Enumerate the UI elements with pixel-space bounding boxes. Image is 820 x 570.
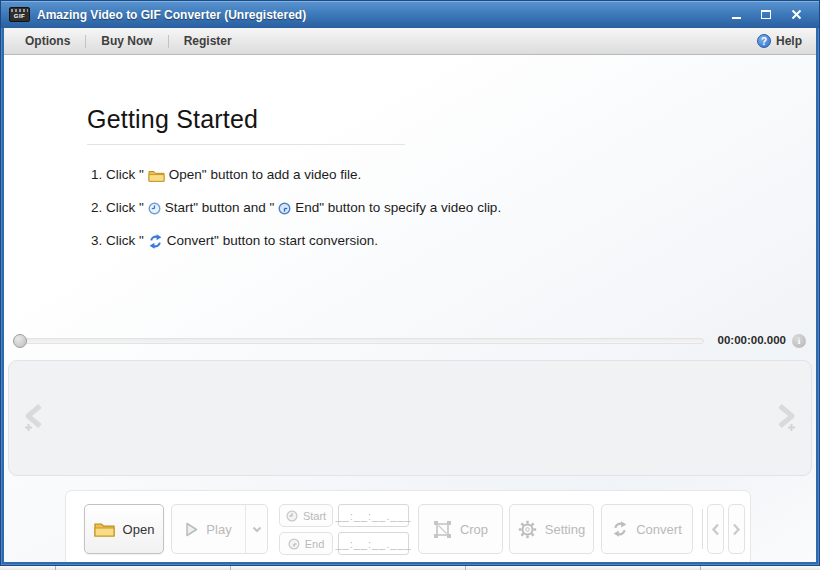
maximize-button[interactable] [757, 7, 775, 23]
main-area: Getting Started 1. Click " Open" button … [4, 55, 816, 562]
crop-button[interactable]: Crop [418, 504, 503, 554]
start-clock-icon [148, 202, 161, 215]
step-3: 3. Click " Convert" button to start conv… [91, 231, 501, 251]
app-icon-label: GIF [14, 12, 26, 21]
info-icon[interactable]: i [792, 334, 806, 348]
crop-label: Crop [460, 522, 488, 537]
getting-started-steps: 1. Click " Open" button to add a video f… [91, 165, 501, 264]
play-button[interactable]: Play [172, 505, 245, 553]
toolbar-panel: Open Play Start [65, 490, 751, 562]
open-label: Open [123, 522, 155, 537]
play-icon [185, 522, 198, 537]
end-clock-icon [278, 202, 291, 215]
seek-thumb[interactable] [13, 334, 27, 348]
current-time: 00:00:00.000 [718, 334, 786, 346]
convert-arrows-icon [612, 521, 628, 537]
start-clock-icon [286, 510, 298, 522]
step-2-text: End" button to specify a video clip. [295, 198, 501, 218]
window-body: Options Buy Now Register ? Help Getting … [4, 28, 816, 562]
scroll-left-button[interactable] [21, 403, 47, 437]
chevron-down-icon [252, 526, 262, 533]
strip-separator [465, 566, 466, 570]
minimize-icon [732, 17, 741, 19]
step-2-text: 2. Click " [91, 198, 144, 218]
setting-button[interactable]: Setting [509, 504, 594, 554]
menu-buy-now[interactable]: Buy Now [92, 34, 161, 48]
open-folder-icon [148, 169, 165, 182]
desktop-strip [0, 566, 820, 570]
step-1-text: Open" button to add a video file. [169, 165, 361, 185]
chevron-right-icon [732, 523, 741, 536]
scroll-right-button[interactable] [773, 403, 799, 437]
chevron-right-icon [773, 403, 799, 433]
start-time-value: __:__:__.___ [335, 510, 411, 522]
end-button[interactable]: End [279, 532, 333, 555]
help-question-icon: ? [757, 34, 771, 48]
step-2-text: Start" button and " [165, 198, 274, 218]
convert-label: Convert [636, 522, 682, 537]
step-1: 1. Click " Open" button to add a video f… [91, 165, 501, 185]
menu-separator [85, 35, 86, 48]
menu-help-label: Help [776, 34, 802, 48]
step-3-text: Convert" button to start conversion. [167, 231, 378, 251]
start-button[interactable]: Start [279, 504, 333, 527]
menu-register[interactable]: Register [175, 34, 241, 48]
menu-bar: Options Buy Now Register ? Help [4, 28, 816, 55]
app-window: GIF Amazing Video to GIF Converter (Unre… [0, 0, 820, 566]
strip-separator [700, 566, 701, 570]
end-clock-icon [288, 538, 300, 550]
step-1-text: 1. Click " [91, 165, 144, 185]
strip-separator [55, 566, 56, 570]
end-time-value: __:__:__.___ [335, 538, 411, 550]
crop-icon [433, 520, 452, 539]
screen: GIF Amazing Video to GIF Converter (Unre… [0, 0, 820, 570]
open-folder-icon [94, 521, 115, 537]
window-controls [727, 7, 811, 23]
play-split-button: Play [171, 504, 268, 554]
getting-started-heading: Getting Started [87, 105, 405, 145]
minimize-button[interactable] [727, 7, 745, 23]
step-2: 2. Click " Start" button and " End" butt… [91, 198, 501, 218]
seek-track[interactable] [13, 338, 704, 344]
title-bar[interactable]: GIF Amazing Video to GIF Converter (Unre… [1, 1, 819, 28]
gear-icon [518, 520, 537, 539]
menu-options[interactable]: Options [16, 34, 79, 48]
frame-preview-strip [8, 360, 812, 476]
timeline-row: 00:00:00.000 i [4, 333, 816, 349]
maximize-icon [761, 10, 771, 19]
window-title: Amazing Video to GIF Converter (Unregist… [37, 8, 727, 22]
convert-button[interactable]: Convert [601, 504, 693, 554]
end-label: End [305, 538, 325, 550]
toolbar-separator [702, 509, 703, 549]
chevron-left-icon [21, 403, 47, 433]
play-options-dropdown[interactable] [245, 505, 267, 553]
strip-separator [230, 566, 231, 570]
play-label: Play [206, 522, 231, 537]
end-time-field[interactable]: __:__:__.___ [338, 532, 409, 555]
previous-frame-button[interactable] [707, 504, 724, 554]
chevron-left-icon [711, 523, 720, 536]
menu-separator [168, 35, 169, 48]
next-frame-button[interactable] [728, 504, 745, 554]
app-gif-clapper-icon: GIF [9, 7, 30, 22]
start-time-field[interactable]: __:__:__.___ [338, 504, 409, 527]
menu-help[interactable]: ? Help [757, 34, 802, 48]
close-icon [791, 9, 802, 20]
convert-arrows-icon [148, 234, 163, 249]
start-label: Start [303, 510, 326, 522]
open-button[interactable]: Open [84, 504, 164, 554]
close-button[interactable] [787, 7, 805, 23]
step-3-text: 3. Click " [91, 231, 144, 251]
setting-label: Setting [545, 522, 585, 537]
